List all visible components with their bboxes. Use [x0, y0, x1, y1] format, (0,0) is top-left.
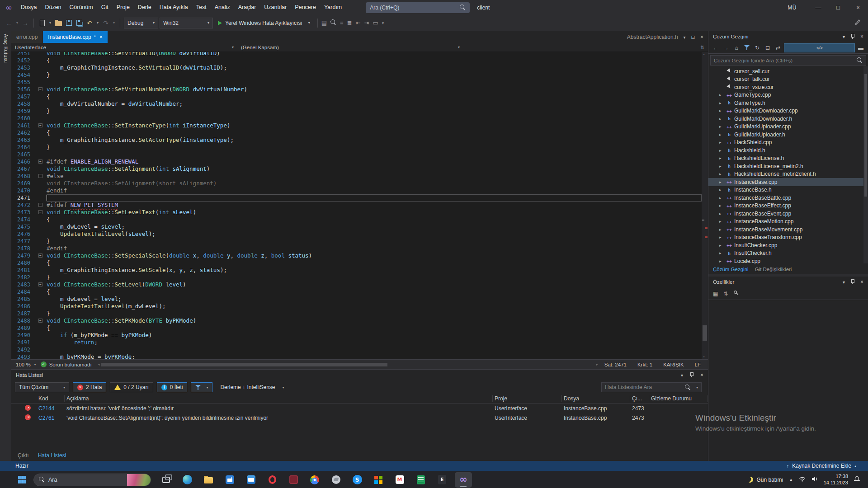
solution-explorer-scrollbar[interactable]	[863, 66, 868, 263]
fold-collapse-icon[interactable]: −	[37, 158, 47, 165]
breadcrumb-scope-dropdown[interactable]: (Genel Kapsam)▾	[237, 43, 463, 52]
solution-item-guildmarkuploader.cpp[interactable]: ▸++GuildMarkUploader.cpp	[708, 123, 868, 131]
undo-icon[interactable]: ↶	[85, 18, 94, 28]
menu-test[interactable]: Test	[192, 0, 211, 15]
code-line-2484[interactable]: 2484{	[11, 288, 702, 296]
scrollbar-thumb[interactable]	[703, 325, 707, 341]
fold-collapse-icon[interactable]: −	[37, 173, 47, 180]
tree-expand-icon[interactable]: ▸	[719, 203, 726, 208]
undo-dropdown-icon[interactable]: ▾	[95, 18, 100, 28]
code-line-2452[interactable]: 2452{	[11, 57, 702, 64]
error-scope-combo[interactable]: Tüm Çözüm▾	[15, 382, 69, 392]
panel-tab-çıktı[interactable]: Çıktı	[18, 452, 29, 459]
pin-icon[interactable]	[850, 279, 855, 285]
menu-dosya[interactable]: Dosya	[17, 0, 41, 15]
code-line-2454[interactable]: 2454}	[11, 71, 702, 79]
scroll-left-icon[interactable]: ◂	[98, 362, 100, 366]
pin-icon[interactable]	[689, 372, 694, 378]
menu-araçlar[interactable]: Araçlar	[234, 0, 260, 15]
scroll-down-icon[interactable]: ▾	[703, 355, 705, 359]
code-health-indicator[interactable]: ✓ Sorun bulunamadı	[41, 361, 92, 367]
navigate-back-icon[interactable]: ←	[5, 18, 14, 28]
forward-icon[interactable]: →	[722, 43, 731, 52]
code-line-2493[interactable]: 2493 m_byPKMode = byPKMode;	[11, 353, 702, 359]
find-in-files-icon[interactable]	[330, 19, 336, 27]
toolbox-tab-label[interactable]: Araç Kutusu	[3, 34, 9, 461]
messages-filter-button[interactable]: i0 İleti	[157, 382, 188, 392]
document-list-dropdown-icon[interactable]: ▾	[684, 35, 686, 40]
column-header-proje[interactable]: Proje	[493, 395, 562, 402]
scroll-up-icon[interactable]: ▴	[703, 52, 705, 56]
code-line-2464[interactable]: 2464}	[11, 144, 702, 151]
preview-icon[interactable]: ▬	[856, 43, 865, 52]
refresh-icon[interactable]: ↻	[753, 43, 762, 52]
code-line-2460[interactable]: 2460	[11, 115, 702, 122]
tool-tab-git-değişiklikleri[interactable]: Git Değişiklikleri	[755, 267, 792, 272]
code-line-2467[interactable]: 2467void CInstanceBase::SetAlignment(int…	[11, 165, 702, 173]
fold-collapse-icon[interactable]: −	[37, 209, 47, 216]
show-all-files-icon[interactable]: </>	[784, 43, 855, 52]
tree-expand-icon[interactable]: ▸	[719, 124, 726, 129]
panel-close-icon[interactable]: ×	[860, 279, 863, 285]
code-line-2453[interactable]: 2453 m_GraphicThingInstance.SetVirtualID…	[11, 64, 702, 71]
solution-item-guildmarkdownloader.cpp[interactable]: ▸++GuildMarkDownloader.cpp	[708, 107, 868, 115]
code-line-2462[interactable]: 2462{	[11, 129, 702, 136]
solution-item-cursor_vsize.cur[interactable]: cursor_vsize.cur	[708, 83, 868, 91]
solution-item-hackshield.h[interactable]: ▸hHackshield.h	[708, 146, 868, 155]
code-line-2451[interactable]: 2451void CInstanceBase::SetVirtualID(DWO…	[11, 52, 702, 57]
warnings-filter-button[interactable]: 0 / 2 Uyarı	[110, 382, 153, 392]
tree-expand-icon[interactable]: ▸	[719, 117, 726, 121]
tree-expand-icon[interactable]: ▸	[719, 164, 726, 169]
navigate-back-dropdown-icon[interactable]: ▾	[15, 18, 19, 28]
tree-expand-icon[interactable]: ▸	[719, 211, 726, 216]
line-tools-icon[interactable]: ≡	[340, 19, 344, 26]
solution-item-hackshieldlicense_metin2.h[interactable]: ▸hHackshieldLicense_metin2.h	[708, 162, 868, 170]
fold-collapse-icon[interactable]: −	[37, 86, 47, 93]
hscroll-track[interactable]	[101, 362, 595, 367]
menu-uzantılar[interactable]: Uzantılar	[260, 0, 291, 15]
code-line-2465[interactable]: 2465	[11, 151, 702, 158]
editor-vertical-scrollbar[interactable]: ▴ ▾	[702, 52, 708, 359]
toolbar-overflow-icon[interactable]: ▾	[382, 21, 384, 25]
save-all-icon[interactable]	[75, 18, 84, 28]
tree-expand-icon[interactable]: ▸	[719, 196, 726, 200]
error-row-C2761[interactable]: ×C2761'void CInstanceBase::SetAlignment(…	[11, 413, 708, 422]
toolbox-side-strip[interactable]: Araç Kutusu	[0, 31, 11, 461]
tree-expand-icon[interactable]: ▸	[719, 235, 726, 239]
taskbar-app-task-view[interactable]	[157, 472, 175, 488]
close-button[interactable]: ×	[848, 0, 868, 15]
code-line-2472[interactable]: 2472−#ifdef NEW_PET_SYSTEM	[11, 202, 702, 209]
taskbar-app-gmail[interactable]: M	[391, 472, 408, 488]
home-icon[interactable]: ⌂	[732, 43, 741, 52]
editor-horizontal-scrollbar[interactable]: ◂ ▸	[98, 362, 598, 367]
search-highlight-image[interactable]	[127, 474, 151, 486]
alphabetical-sort-icon[interactable]: ⇅	[723, 291, 728, 297]
volume-icon[interactable]	[811, 476, 818, 483]
panel-dropdown-icon[interactable]: ▾	[681, 373, 683, 378]
collapse-all-icon[interactable]: ⊟	[763, 43, 772, 52]
minimize-button[interactable]: —	[808, 0, 828, 15]
code-line-2480[interactable]: 2480{	[11, 259, 702, 267]
solution-item-insultchecker.cpp[interactable]: ▸++InsultChecker.cpp	[708, 241, 868, 249]
quick-search-input[interactable]: Ara (Ctrl+Q)	[366, 2, 470, 13]
open-file-icon[interactable]	[54, 18, 63, 28]
code-line-2469[interactable]: 2469void CInstanceBase::SetAlignment(sho…	[11, 180, 702, 187]
close-tab-icon[interactable]: ×	[99, 34, 103, 40]
taskbar-app-microsoft-store[interactable]	[221, 472, 238, 488]
tree-expand-icon[interactable]: ▸	[719, 180, 726, 184]
tree-expand-icon[interactable]: ▸	[719, 140, 726, 145]
code-line-2459[interactable]: 2459}	[11, 108, 702, 115]
code-line-2466[interactable]: 2466−#ifdef ENABLE_ALIGN_RENEWAL	[11, 158, 702, 165]
solution-item-hackshieldlicense.h[interactable]: ▸hHackshieldLicense.h	[708, 155, 868, 163]
fold-collapse-icon[interactable]: −	[37, 252, 47, 259]
code-line-2473[interactable]: 2473−void CInstanceBase::SetLevelText(in…	[11, 209, 702, 216]
tree-expand-icon[interactable]: ▸	[719, 219, 726, 224]
code-line-2478[interactable]: 2478#endif	[11, 245, 702, 252]
scrollbar-thumb[interactable]	[864, 74, 867, 196]
solution-item-instancebase.cpp[interactable]: ▸++InstanceBase.cpp	[708, 178, 868, 186]
solution-item-cursor_sell.cur[interactable]: cursor_sell.cur	[708, 67, 868, 75]
sync-with-active-document-icon[interactable]: ⇄	[774, 43, 783, 52]
code-line-2486[interactable]: 2486 UpdateTextTailLevel(m_dwLevel);	[11, 303, 702, 310]
column-header-kod[interactable]: Kod	[37, 395, 65, 402]
code-line-2455[interactable]: 2455	[11, 79, 702, 86]
